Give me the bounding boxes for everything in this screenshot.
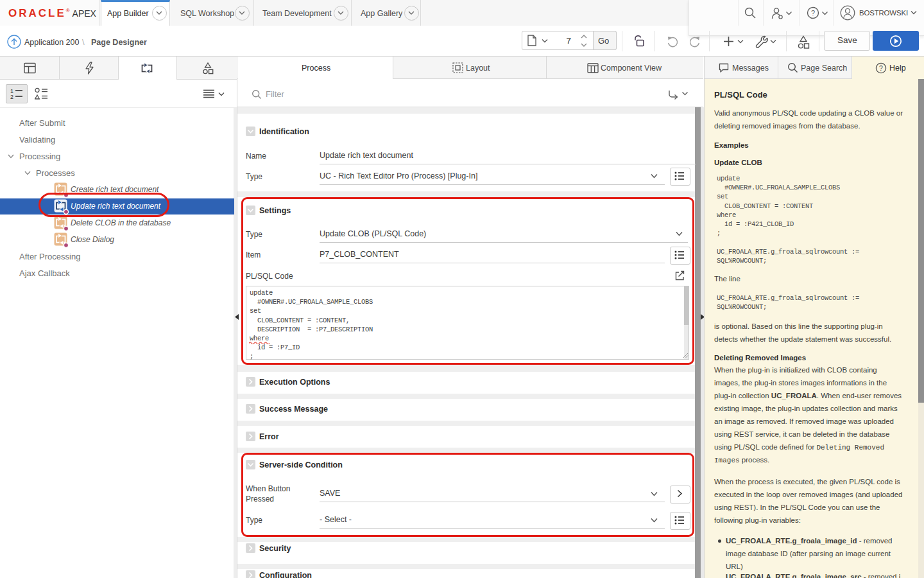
svg-text:?: ? — [879, 64, 883, 72]
svg-text:?: ? — [811, 9, 815, 17]
svg-text:2: 2 — [10, 94, 13, 100]
